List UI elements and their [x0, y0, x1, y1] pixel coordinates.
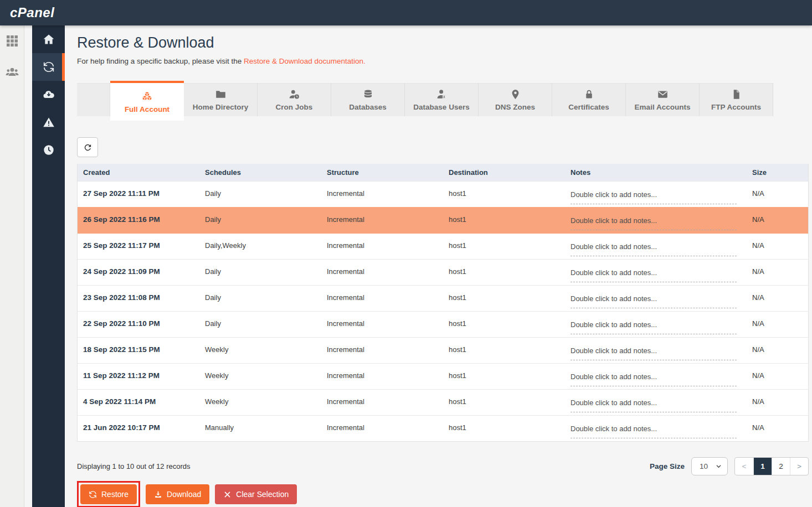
- cell-created: 21 Jun 2022 10:17 PM: [78, 416, 199, 441]
- cell-destination: host1: [443, 234, 565, 259]
- sidebar-item-alerts[interactable]: [32, 108, 65, 136]
- tab-home-directory[interactable]: Home Directory: [184, 83, 258, 116]
- notes-field[interactable]: Double click to add notes...: [565, 390, 747, 415]
- sidebar-item-restore[interactable]: [32, 53, 65, 81]
- lock-icon: [583, 89, 595, 100]
- tab-email-accounts[interactable]: Email Accounts: [626, 83, 700, 116]
- sidebar-item-history[interactable]: [32, 136, 65, 164]
- notes-placeholder: Double click to add notes...: [571, 268, 737, 282]
- folder-icon: [215, 89, 227, 100]
- pager-prev-page[interactable]: <: [735, 458, 753, 475]
- tab-ftp-accounts[interactable]: FTP Accounts: [700, 83, 773, 116]
- notes-field[interactable]: Double click to add notes...: [565, 286, 747, 311]
- documentation-link[interactable]: Restore & Download documentation.: [244, 57, 366, 65]
- cloud-download-icon: [43, 89, 55, 101]
- cell-schedules: Manually: [199, 416, 321, 441]
- tab-full-account[interactable]: Full Account: [110, 81, 184, 121]
- column-header-size[interactable]: Size: [747, 168, 808, 177]
- tab-strip: Full AccountHome DirectoryCron JobsDatab…: [77, 83, 809, 121]
- notes-placeholder: Double click to add notes...: [571, 373, 737, 386]
- cell-schedules: Weekly: [199, 364, 321, 389]
- user-clock-icon: [289, 89, 300, 100]
- cell-schedules: Daily,Weekly: [199, 234, 321, 259]
- notes-field[interactable]: Double click to add notes...: [565, 208, 747, 233]
- cell-size: N/A: [747, 286, 808, 311]
- left-rail: [0, 25, 24, 507]
- button-label: Download: [167, 490, 201, 499]
- table-header: CreatedSchedulesStructureDestinationNote…: [78, 164, 808, 181]
- tab-database-users[interactable]: Database Users: [405, 83, 479, 116]
- cpanel-logo: cPanel: [10, 5, 54, 20]
- cell-size: N/A: [747, 260, 808, 285]
- rail-item-users[interactable]: [6, 65, 19, 81]
- tab-label: Home Directory: [193, 103, 249, 111]
- cell-structure: Incremental: [321, 182, 443, 207]
- cell-schedules: Daily: [199, 286, 321, 311]
- column-header-created[interactable]: Created: [78, 168, 199, 177]
- tab-certificates[interactable]: Certificates: [552, 83, 626, 116]
- tab-label: Database Users: [413, 103, 469, 111]
- cell-structure: Incremental: [321, 260, 443, 285]
- cell-created: 11 Sep 2022 11:12 PM: [78, 364, 199, 389]
- notes-placeholder: Double click to add notes...: [571, 346, 737, 360]
- cell-structure: Incremental: [321, 364, 443, 389]
- table-body: 27 Sep 2022 11:11 PMDailyIncrementalhost…: [78, 181, 808, 441]
- table-row[interactable]: 22 Sep 2022 11:10 PMDailyIncrementalhost…: [78, 311, 808, 337]
- rail-item-apps[interactable]: [6, 34, 19, 50]
- sidebar-item-backup-download[interactable]: [32, 81, 65, 108]
- cell-size: N/A: [747, 364, 808, 389]
- cell-structure: Incremental: [321, 312, 443, 337]
- cell-destination: host1: [443, 390, 565, 415]
- sidebar-item-home[interactable]: [32, 25, 65, 53]
- notes-field[interactable]: Double click to add notes...: [565, 182, 747, 207]
- sync-icon: [89, 490, 97, 499]
- clear-selection-button[interactable]: Clear Selection: [215, 484, 297, 504]
- pager-next-page[interactable]: >: [790, 458, 808, 475]
- notes-field[interactable]: Double click to add notes...: [565, 416, 747, 441]
- refresh-button[interactable]: [77, 137, 98, 157]
- tab-label: FTP Accounts: [711, 103, 761, 111]
- cell-destination: host1: [443, 182, 565, 207]
- tab-cron-jobs[interactable]: Cron Jobs: [258, 83, 331, 116]
- notes-field[interactable]: Double click to add notes...: [565, 234, 747, 259]
- notes-placeholder: Double click to add notes...: [571, 216, 737, 230]
- column-header-destination[interactable]: Destination: [443, 168, 565, 177]
- pager-page-2[interactable]: 2: [772, 458, 790, 475]
- notes-field[interactable]: Double click to add notes...: [565, 338, 747, 363]
- cell-structure: Incremental: [321, 416, 443, 441]
- column-header-notes[interactable]: Notes: [565, 168, 747, 177]
- table-row[interactable]: 18 Sep 2022 11:15 PMWeeklyIncrementalhos…: [78, 337, 808, 363]
- notes-field[interactable]: Double click to add notes...: [565, 260, 747, 285]
- table-row[interactable]: 23 Sep 2022 11:08 PMDailyIncrementalhost…: [78, 285, 808, 311]
- records-count: Displaying 1 to 10 out of 12 records: [77, 462, 191, 470]
- cell-size: N/A: [747, 234, 808, 259]
- column-header-structure[interactable]: Structure: [321, 168, 443, 177]
- tab-label: Email Accounts: [635, 103, 691, 111]
- download-button[interactable]: Download: [146, 484, 209, 504]
- table-row[interactable]: 26 Sep 2022 11:16 PMDailyIncrementalhost…: [78, 207, 808, 233]
- cell-structure: Incremental: [321, 208, 443, 233]
- table-row[interactable]: 25 Sep 2022 11:17 PMDaily,WeeklyIncremen…: [78, 233, 808, 259]
- tab-databases[interactable]: Databases: [331, 83, 405, 116]
- notes-placeholder: Double click to add notes...: [571, 294, 737, 308]
- button-label: Restore: [101, 490, 129, 499]
- pager: <12>: [734, 457, 809, 475]
- annotation-box: Restore: [77, 481, 140, 507]
- table-toolbar: [77, 137, 809, 157]
- table-row[interactable]: 21 Jun 2022 10:17 PMManuallyIncrementalh…: [78, 415, 808, 441]
- pager-page-1[interactable]: 1: [753, 458, 772, 475]
- restore-button[interactable]: Restore: [80, 484, 137, 504]
- help-prefix: For help finding a specific backup, plea…: [77, 57, 244, 65]
- column-header-schedules[interactable]: Schedules: [199, 168, 321, 177]
- table-row[interactable]: 11 Sep 2022 11:12 PMWeeklyIncrementalhos…: [78, 363, 808, 389]
- rail-gutter: [24, 25, 32, 507]
- tab-label: Certificates: [568, 103, 609, 111]
- page-size-select[interactable]: 10: [691, 457, 728, 475]
- table-row[interactable]: 24 Sep 2022 11:09 PMDailyIncrementalhost…: [78, 259, 808, 285]
- tab-dns-zones[interactable]: DNS Zones: [479, 83, 552, 116]
- notes-field[interactable]: Double click to add notes...: [565, 364, 747, 389]
- notes-field[interactable]: Double click to add notes...: [565, 312, 747, 337]
- cell-size: N/A: [747, 338, 808, 363]
- table-row[interactable]: 4 Sep 2022 11:14 PMWeeklyIncrementalhost…: [78, 389, 808, 415]
- table-row[interactable]: 27 Sep 2022 11:11 PMDailyIncrementalhost…: [78, 181, 808, 207]
